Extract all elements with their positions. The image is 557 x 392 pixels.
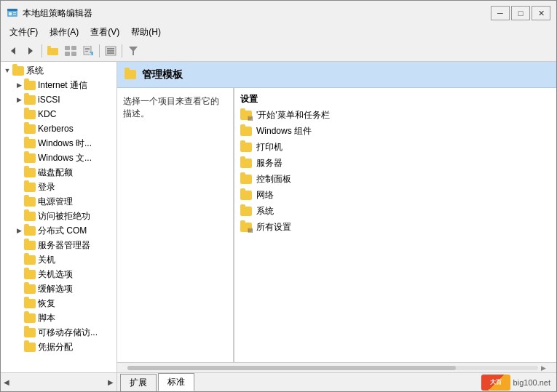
tree-label-system: 系统: [26, 65, 44, 77]
menu-help[interactable]: 帮助(H): [125, 25, 167, 40]
tree-item-credentials[interactable]: ▶ 凭据分配: [1, 340, 116, 354]
tree-item-dist-com[interactable]: ▶ 分布式 COM: [1, 223, 116, 238]
tree-label-power-mgmt: 电源管理: [38, 196, 73, 208]
tree-label-dist-com: 分布式 COM: [38, 225, 87, 237]
folder-icon-dist-com: [24, 226, 36, 236]
left-panel-bottom: ◀ ▶: [1, 373, 117, 391]
tree-toggle-dist-com[interactable]: ▶: [14, 225, 24, 236]
item-label-start-menu: '开始'菜单和任务栏: [256, 109, 330, 121]
tree-label-windows-file: Windows 文...: [38, 152, 92, 164]
folder-icon-internet-comm: [24, 81, 36, 90]
tree-item-kdc[interactable]: ▶ KDC: [1, 107, 116, 121]
tree-item-removable-storage[interactable]: ▶ 可移动存储访...: [1, 325, 116, 340]
tree-label-server-mgr: 服务器管理器: [38, 239, 90, 252]
folder-icon-kerberos: [24, 124, 36, 134]
tree-item-server-mgr[interactable]: ▶ 服务器管理器: [1, 238, 116, 252]
item-label-control-panel: 控制面板: [256, 173, 291, 185]
folder-button[interactable]: [45, 43, 61, 59]
tree-item-windows-file[interactable]: ▶ Windows 文...: [1, 151, 116, 165]
tree-item-script[interactable]: ▶ 脚本: [1, 311, 116, 325]
svg-rect-3: [13, 12, 16, 13]
tree-item-power-mgmt[interactable]: ▶ 电源管理: [1, 194, 116, 209]
tree-label-removable-storage: 可移动存储访...: [38, 327, 98, 339]
folder-icon-printer: [240, 143, 252, 152]
tree-label-disk-quota: 磁盘配额: [38, 167, 73, 179]
right-arrow-icon[interactable]: ▶: [108, 378, 114, 386]
tree-label-credentials: 凭据分配: [38, 341, 73, 353]
tree-item-internet-comm[interactable]: ▶ Internet 通信: [1, 78, 116, 92]
list-item-windows-components[interactable]: Windows 组件: [234, 123, 556, 139]
filter1-button[interactable]: [103, 43, 119, 59]
svg-rect-21: [107, 48, 114, 49]
back-button[interactable]: [5, 43, 21, 59]
list-item-server[interactable]: 服务器: [234, 155, 556, 171]
svg-rect-2: [9, 12, 12, 15]
settings-header-label: 设置: [240, 93, 258, 105]
watermark-logo: 大百: [481, 375, 510, 391]
item-label-printer: 打印机: [256, 141, 283, 153]
tab-standard[interactable]: 标准: [158, 373, 194, 391]
funnel-button[interactable]: [125, 43, 141, 59]
svg-rect-9: [47, 46, 51, 48]
tree-label-access-denied: 访问被拒绝功: [38, 210, 90, 223]
tree-item-recovery[interactable]: ▶ 恢复: [1, 296, 116, 311]
svg-marker-5: [11, 47, 15, 55]
items-header: 设置: [234, 91, 556, 107]
list-item-start-menu[interactable]: '开始'菜单和任务栏: [234, 107, 556, 123]
right-panel: 管理模板 选择一个项目来查看它的描述。 设置 '开始'菜单和任务: [117, 62, 556, 372]
svg-rect-10: [65, 46, 70, 50]
folder-icon-system-folder: [240, 207, 252, 216]
right-scrollbar[interactable]: ▶: [117, 362, 556, 372]
window-icon: [7, 7, 18, 19]
folder-icon-kdc: [24, 110, 36, 119]
tree-item-kerberos[interactable]: ▶ Kerberos: [1, 121, 116, 136]
folder-icon-server-mgr: [24, 241, 36, 250]
tab-expand[interactable]: 扩展: [120, 374, 157, 391]
folder-icon-power-mgmt: [24, 197, 36, 207]
tree-item-system[interactable]: ▼ 系统: [1, 63, 116, 78]
tree-item-shutdown[interactable]: ▶ 关机: [1, 252, 116, 267]
main-area: ▼ 系统 ▶ Internet 通信 ▶ iSCSI: [1, 62, 556, 372]
list-item-control-panel[interactable]: 控制面板: [234, 171, 556, 187]
left-arrow-icon[interactable]: ◀: [4, 378, 9, 386]
tree-toggle-iscsi[interactable]: ▶: [14, 95, 24, 105]
close-button[interactable]: ✕: [532, 6, 550, 20]
tree-item-iscsi[interactable]: ▶ iSCSI: [1, 92, 116, 107]
folder-icon-recovery: [24, 299, 36, 308]
list-item-network[interactable]: 网络: [234, 187, 556, 203]
forward-button[interactable]: [23, 43, 39, 59]
export-button[interactable]: [80, 43, 96, 59]
minimize-button[interactable]: ─: [491, 6, 510, 20]
tree-item-disk-quota[interactable]: ▶ 磁盘配额: [1, 165, 116, 180]
tree-toggle-internet-comm[interactable]: ▶: [14, 80, 24, 90]
item-label-system-folder: 系统: [256, 205, 274, 217]
show-hide-button[interactable]: [63, 43, 79, 59]
folder-icon-control-panel: [240, 175, 252, 184]
toolbar-separator-3: [122, 44, 122, 57]
watermark-logo-text: 大百: [490, 378, 502, 386]
tree-item-access-denied[interactable]: ▶ 访问被拒绝功: [1, 209, 116, 223]
tree-root: ▼ 系统 ▶ Internet 通信 ▶ iSCSI: [1, 62, 116, 356]
tree-item-shutdown-options[interactable]: ▶ 关机选项: [1, 267, 116, 281]
right-content: 选择一个项目来查看它的描述。 设置 '开始'菜单和任务栏: [117, 88, 556, 362]
item-label-network: 网络: [256, 189, 274, 201]
list-item-all-settings[interactable]: 所有设置: [234, 219, 556, 235]
list-item-printer[interactable]: 打印机: [234, 139, 556, 155]
svg-rect-15: [85, 48, 90, 49]
tree-item-mitigation[interactable]: ▶ 缓解选项: [1, 281, 116, 296]
tree-item-login[interactable]: ▶ 登录: [1, 180, 116, 194]
list-item-system-folder[interactable]: 系统: [234, 203, 556, 219]
folder-icon-windows-file: [24, 153, 36, 163]
maximize-button[interactable]: □: [511, 6, 530, 20]
tree-item-windows-time[interactable]: ▶ Windows 时...: [1, 136, 116, 151]
folder-icon-shutdown-options: [24, 270, 36, 279]
menu-action[interactable]: 操作(A): [44, 25, 84, 40]
tree-label-mitigation: 缓解选项: [38, 283, 73, 295]
tree-toggle-system[interactable]: ▼: [2, 65, 12, 76]
title-controls: ─ □ ✕: [491, 6, 550, 20]
toolbar-separator-2: [99, 44, 100, 57]
items-panel[interactable]: 设置 '开始'菜单和任务栏 Windows 组件 打印机: [234, 88, 556, 362]
folder-icon-system: [12, 66, 24, 76]
menu-view[interactable]: 查看(V): [84, 25, 125, 40]
menu-file[interactable]: 文件(F): [4, 25, 44, 40]
